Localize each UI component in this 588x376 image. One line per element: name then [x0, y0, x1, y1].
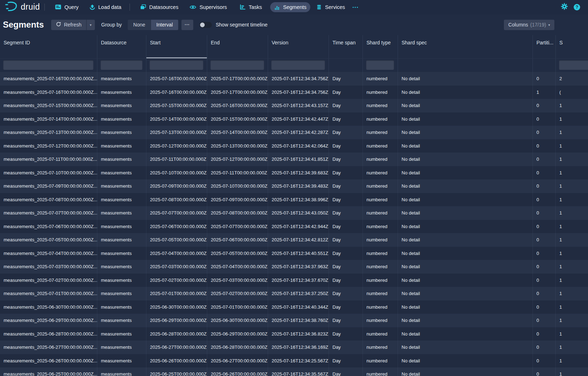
- filter-input-end[interactable]: [210, 60, 264, 70]
- filter-input-start[interactable]: [150, 60, 203, 70]
- cell-datasource: measurements: [97, 166, 146, 180]
- column-header-shard_spec[interactable]: Shard spec: [398, 35, 533, 58]
- table-row[interactable]: measurements_2025-07-05T00:00:00.000Z...…: [0, 233, 588, 247]
- druid-logo-icon: [4, 1, 19, 14]
- cell-size: 1: [556, 327, 588, 341]
- cell-datasource: measurements: [97, 314, 146, 327]
- table-row[interactable]: measurements_2025-07-11T00:00:00.000Z...…: [0, 153, 588, 166]
- table-row[interactable]: measurements_2025-07-09T00:00:00.000Z...…: [0, 179, 588, 193]
- cell-version: 2025-07-16T12:34:25.567Z: [268, 354, 329, 368]
- cell-size: (: [556, 86, 588, 99]
- column-header-size[interactable]: S: [556, 35, 588, 58]
- cell-datasource: measurements: [97, 153, 146, 166]
- cell-time_span: Day: [329, 220, 363, 233]
- nav-more-button[interactable]: •••: [349, 5, 363, 9]
- druid-logo[interactable]: druid: [0, 1, 40, 14]
- cell-end: 2025-07-17T00:00:00.000Z: [207, 86, 268, 99]
- nav-item-supervisors[interactable]: Supervisors: [186, 2, 231, 12]
- cell-version: 2025-07-16T12:34:40.344Z: [268, 300, 329, 314]
- column-header-start[interactable]: Start: [146, 35, 207, 58]
- cell-shard_spec: No detail: [398, 139, 533, 153]
- cell-shard_type: numbered: [363, 341, 398, 354]
- column-header-version[interactable]: Version: [268, 35, 329, 58]
- nav-item-tasks[interactable]: Tasks: [236, 2, 266, 12]
- column-header-segment_id[interactable]: Segment ID: [0, 35, 97, 58]
- table-row[interactable]: measurements_2025-07-16T00:00:00.000Z...…: [0, 72, 588, 86]
- table-row[interactable]: measurements_2025-06-27T00:00:00.000Z...…: [0, 341, 588, 354]
- filter-input-size[interactable]: [559, 60, 588, 70]
- refresh-dropdown-button[interactable]: ▾: [86, 20, 95, 30]
- table-row[interactable]: measurements_2025-07-10T00:00:00.000Z...…: [0, 166, 588, 180]
- cell-start: 2025-07-06T00:00:00.000Z: [146, 220, 207, 233]
- cell-time_span: Day: [329, 139, 363, 153]
- nav-item-datasources[interactable]: Datasources: [136, 2, 182, 12]
- table-row[interactable]: measurements_2025-06-25T00:00:00.000Z...…: [0, 367, 588, 376]
- table-row[interactable]: measurements_2025-07-06T00:00:00.000Z...…: [0, 220, 588, 233]
- nav-item-load-data[interactable]: Load data: [86, 2, 126, 12]
- column-header-datasource[interactable]: Datasource: [97, 35, 146, 58]
- filter-input-segment_id[interactable]: [3, 60, 93, 70]
- table-row[interactable]: measurements_2025-06-29T00:00:00.000Z...…: [0, 314, 588, 327]
- table-row[interactable]: measurements_2025-07-02T00:00:00.000Z...…: [0, 274, 588, 287]
- cell-segment_id: measurements_2025-07-01T00:00:00.000Z...: [0, 287, 97, 300]
- cell-end: 2025-07-12T00:00:00.000Z: [207, 153, 268, 166]
- settings-button[interactable]: [561, 3, 568, 11]
- table-row[interactable]: measurements_2025-06-26T00:00:00.000Z...…: [0, 354, 588, 368]
- column-header-shard_type[interactable]: Shard type: [363, 35, 398, 58]
- table-row[interactable]: measurements_2025-07-07T00:00:00.000Z...…: [0, 206, 588, 220]
- cell-shard_spec: No detail: [398, 86, 533, 99]
- cell-end: 2025-07-16T00:00:00.000Z: [207, 99, 268, 112]
- table-row[interactable]: measurements_2025-06-28T00:00:00.000Z...…: [0, 327, 588, 341]
- group-by-interval-button[interactable]: Interval: [151, 20, 178, 30]
- table-row[interactable]: measurements_2025-07-13T00:00:00.000Z...…: [0, 126, 588, 139]
- cell-datasource: measurements: [97, 341, 146, 354]
- table-row[interactable]: measurements_2025-07-03T00:00:00.000Z...…: [0, 260, 588, 274]
- cell-shard_type: numbered: [363, 206, 398, 220]
- cell-size: 1: [556, 179, 588, 193]
- cell-shard_type: numbered: [363, 166, 398, 180]
- more-icon: •••: [353, 5, 359, 9]
- services-icon: [316, 4, 322, 10]
- nav-item-label: Query: [64, 4, 79, 10]
- cell-version: 2025-07-16T12:34:39.683Z: [268, 166, 329, 180]
- columns-label: Columns: [508, 22, 528, 28]
- columns-button[interactable]: Columns (17/19) ▾: [504, 20, 554, 30]
- nav-item-query[interactable]: Query: [51, 2, 83, 12]
- cell-partition: 0: [533, 220, 556, 233]
- table-row[interactable]: measurements_2025-07-01T00:00:00.000Z...…: [0, 287, 588, 300]
- filter-input-shard_type[interactable]: [366, 60, 394, 70]
- column-header-label: Start: [150, 40, 161, 45]
- cell-size: 1: [556, 99, 588, 112]
- timeline-toggle[interactable]: [199, 22, 212, 28]
- cell-end: 2025-06-29T00:00:00.000Z: [207, 327, 268, 341]
- cell-size: 1: [556, 287, 588, 300]
- table-row[interactable]: measurements_2025-07-15T00:00:00.000Z...…: [0, 99, 588, 112]
- group-by-none-button[interactable]: None: [128, 20, 150, 30]
- table-row[interactable]: measurements_2025-07-08T00:00:00.000Z...…: [0, 193, 588, 207]
- cell-time_span: Day: [329, 341, 363, 354]
- nav-item-services[interactable]: Services: [312, 2, 349, 12]
- table-row[interactable]: measurements_2025-07-14T00:00:00.000Z...…: [0, 112, 588, 126]
- toolbar-more-button[interactable]: •••: [181, 20, 193, 30]
- filter-input-datasource[interactable]: [101, 60, 142, 70]
- filter-input-version[interactable]: [271, 60, 325, 70]
- table-row[interactable]: measurements_2025-07-12T00:00:00.000Z...…: [0, 139, 588, 153]
- cell-size: 1: [556, 274, 588, 287]
- help-button[interactable]: ?: [574, 4, 580, 10]
- refresh-split-button: Refresh ▾: [51, 20, 95, 30]
- column-header-time_span[interactable]: Time span: [329, 35, 363, 58]
- cell-end: 2025-06-26T00:00:00.000Z: [207, 367, 268, 376]
- cell-start: 2025-07-04T00:00:00.000Z: [146, 247, 207, 260]
- load-data-icon: [89, 4, 95, 10]
- table-row[interactable]: measurements_2025-07-04T00:00:00.000Z...…: [0, 247, 588, 260]
- top-nav: druid Query Load data Datasources: [0, 0, 588, 14]
- refresh-button[interactable]: Refresh: [51, 20, 86, 30]
- nav-item-segments[interactable]: Segments: [270, 2, 310, 12]
- cell-start: 2025-06-30T00:00:00.000Z: [146, 300, 207, 314]
- cell-shard_spec: No detail: [398, 220, 533, 233]
- table-row[interactable]: measurements_2025-07-16T00:00:00.000Z...…: [0, 86, 588, 99]
- column-header-partition[interactable]: Partiti...: [533, 35, 556, 58]
- table-row[interactable]: measurements_2025-06-30T00:00:00.000Z...…: [0, 300, 588, 314]
- column-header-end[interactable]: End: [207, 35, 268, 58]
- cell-version: 2025-07-16T12:34:40.551Z: [268, 247, 329, 260]
